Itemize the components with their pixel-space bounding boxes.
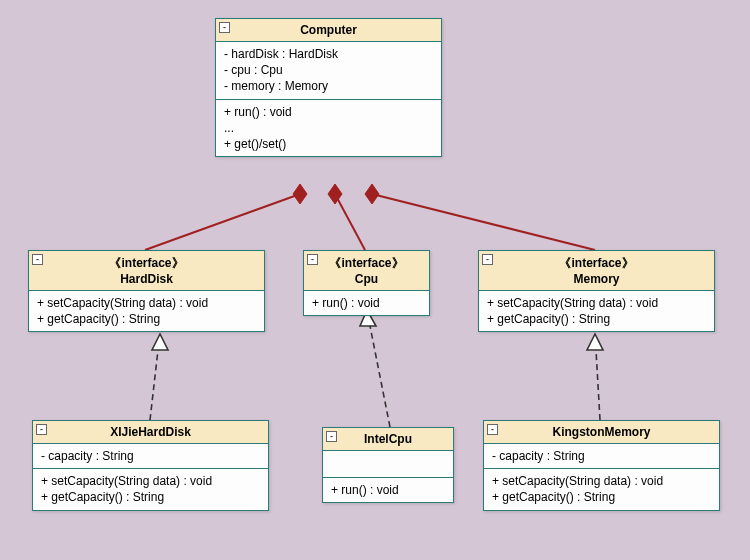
operations-section: + run() : void (323, 478, 453, 502)
interface-cpu[interactable]: - 《interface》 Cpu + run() : void (303, 250, 430, 316)
op-row: + get()/set() (224, 136, 433, 152)
collapse-icon[interactable]: - (32, 254, 43, 265)
class-name: Cpu (355, 272, 378, 286)
interface-memory[interactable]: - 《interface》 Memory + setCapacity(Strin… (478, 250, 715, 332)
svg-line-4 (372, 194, 595, 250)
attributes-section: - capacity : String (33, 444, 268, 469)
attr-row: - memory : Memory (224, 78, 433, 94)
composition-cpu (328, 184, 365, 250)
svg-marker-1 (293, 184, 307, 204)
realization-intel (360, 310, 390, 427)
class-intel-cpu[interactable]: - IntelCpu + run() : void (322, 427, 454, 503)
svg-marker-3 (328, 184, 342, 204)
class-header: - Computer (216, 19, 441, 42)
op-row: + run() : void (224, 104, 433, 120)
attr-row: - hardDisk : HardDisk (224, 46, 433, 62)
svg-line-6 (150, 350, 158, 420)
attributes-section (323, 451, 453, 478)
op-row: + getCapacity() : String (492, 489, 711, 505)
operations-section: + setCapacity(String data) : void + getC… (29, 291, 264, 331)
interface-harddisk[interactable]: - 《interface》 HardDisk + setCapacity(Str… (28, 250, 265, 332)
class-header: - KingstonMemory (484, 421, 719, 444)
stereotype-label: 《interface》 (310, 255, 423, 272)
stereotype-label: 《interface》 (485, 255, 708, 272)
operations-section: + run() : void (304, 291, 429, 315)
svg-marker-11 (587, 334, 603, 350)
class-name: XIJieHardDisk (110, 425, 191, 439)
class-header: - IntelCpu (323, 428, 453, 451)
class-name: IntelCpu (364, 432, 412, 446)
op-row: + setCapacity(String data) : void (41, 473, 260, 489)
operations-section: + setCapacity(String data) : void + getC… (479, 291, 714, 331)
op-row: + getCapacity() : String (41, 489, 260, 505)
collapse-icon[interactable]: - (219, 22, 230, 33)
op-row: + getCapacity() : String (37, 311, 256, 327)
class-header: - 《interface》 Cpu (304, 251, 429, 291)
class-name: Memory (573, 272, 619, 286)
composition-harddisk (145, 184, 307, 250)
attr-row: - cpu : Cpu (224, 62, 433, 78)
svg-line-2 (335, 194, 365, 250)
operations-section: + setCapacity(String data) : void + getC… (484, 469, 719, 509)
svg-line-10 (596, 350, 600, 420)
op-row: + run() : void (312, 295, 421, 311)
operations-section: + setCapacity(String data) : void + getC… (33, 469, 268, 509)
class-header: - 《interface》 Memory (479, 251, 714, 291)
class-name: HardDisk (120, 272, 173, 286)
realization-kingston (587, 334, 603, 420)
realization-xijie (150, 334, 168, 420)
op-row: + setCapacity(String data) : void (492, 473, 711, 489)
collapse-icon[interactable]: - (326, 431, 337, 442)
collapse-icon[interactable]: - (36, 424, 47, 435)
collapse-icon[interactable]: - (307, 254, 318, 265)
op-row: + setCapacity(String data) : void (487, 295, 706, 311)
svg-line-8 (370, 326, 390, 427)
class-computer[interactable]: - Computer - hardDisk : HardDisk - cpu :… (215, 18, 442, 157)
class-name: Computer (300, 23, 357, 37)
class-header: - XIJieHardDisk (33, 421, 268, 444)
attr-row: - capacity : String (492, 448, 711, 464)
op-row: + run() : void (331, 482, 445, 498)
operations-section: + run() : void ... + get()/set() (216, 100, 441, 157)
op-row: + setCapacity(String data) : void (37, 295, 256, 311)
class-name: KingstonMemory (552, 425, 650, 439)
attr-row: - capacity : String (41, 448, 260, 464)
collapse-icon[interactable]: - (487, 424, 498, 435)
svg-line-0 (145, 194, 300, 250)
svg-marker-5 (365, 184, 379, 204)
composition-memory (365, 184, 595, 250)
svg-marker-7 (152, 334, 168, 350)
class-xijie-harddisk[interactable]: - XIJieHardDisk - capacity : String + se… (32, 420, 269, 511)
class-header: - 《interface》 HardDisk (29, 251, 264, 291)
class-kingston-memory[interactable]: - KingstonMemory - capacity : String + s… (483, 420, 720, 511)
op-row: ... (224, 120, 433, 136)
attributes-section: - capacity : String (484, 444, 719, 469)
attributes-section: - hardDisk : HardDisk - cpu : Cpu - memo… (216, 42, 441, 100)
stereotype-label: 《interface》 (35, 255, 258, 272)
collapse-icon[interactable]: - (482, 254, 493, 265)
op-row: + getCapacity() : String (487, 311, 706, 327)
